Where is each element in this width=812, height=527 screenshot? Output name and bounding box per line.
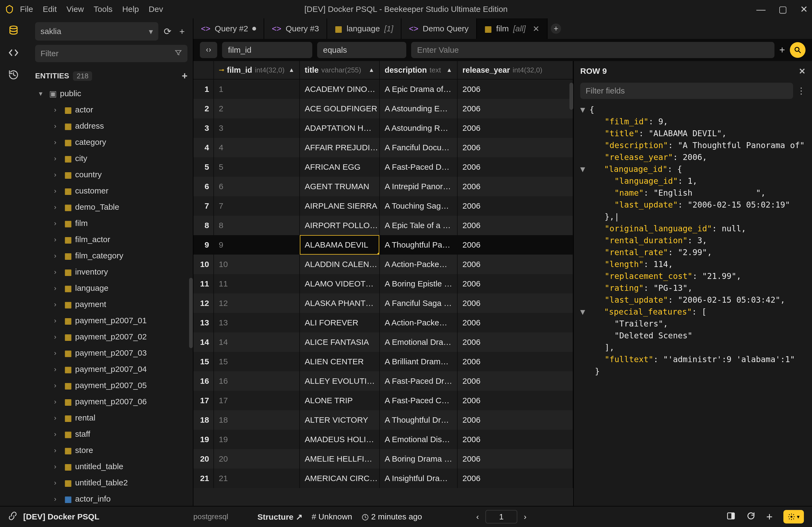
cell-description[interactable]: A Emotional Dra… bbox=[380, 332, 458, 352]
connection-name[interactable]: [DEV] Docker PSQL bbox=[23, 512, 99, 521]
table-row[interactable]: 66AGENT TRUMANA Intrepid Panor…2006 bbox=[193, 177, 573, 196]
cell-description[interactable]: A Brilliant Dram… bbox=[380, 352, 458, 371]
table-node[interactable]: ›▦country bbox=[35, 167, 193, 183]
cell-description[interactable]: A Fast-Paced D… bbox=[380, 157, 458, 177]
cell-film-id[interactable]: 7 bbox=[214, 196, 300, 216]
cell-film-id[interactable]: 12 bbox=[214, 294, 300, 313]
add-icon[interactable]: + bbox=[177, 26, 187, 37]
cell-film-id[interactable]: 18 bbox=[214, 410, 300, 430]
table-node[interactable]: ›▦customer bbox=[35, 183, 193, 199]
cell-title[interactable]: ACADEMY DINO… bbox=[300, 80, 380, 99]
refresh-icon[interactable]: ⟳ bbox=[162, 26, 173, 37]
table-node[interactable]: ›▦payment_p2007_05 bbox=[35, 377, 193, 394]
cell-year[interactable]: 2006 bbox=[458, 449, 573, 469]
cell-film-id[interactable]: 11 bbox=[214, 274, 300, 294]
cell-description[interactable]: A Fanciful Saga … bbox=[380, 294, 458, 313]
cell-film-id[interactable]: 10 bbox=[214, 255, 300, 274]
tab[interactable]: ▦film[all]✕ bbox=[477, 18, 548, 39]
cell-title[interactable]: ALONE TRIP bbox=[300, 391, 380, 410]
cell-title[interactable]: ALASKA PHANT… bbox=[300, 294, 380, 313]
table-row[interactable]: 1515ALIEN CENTERA Brilliant Dram…2006 bbox=[193, 352, 573, 371]
table-node[interactable]: ›▦film_category bbox=[35, 247, 193, 264]
cell-year[interactable]: 2006 bbox=[458, 469, 573, 488]
sidebar-toggle-icon[interactable] bbox=[726, 511, 736, 523]
cell-year[interactable]: 2006 bbox=[458, 352, 573, 371]
menu-help[interactable]: Help bbox=[122, 4, 139, 14]
cell-year[interactable]: 2006 bbox=[458, 274, 573, 294]
close-detail-icon[interactable]: ✕ bbox=[799, 67, 806, 76]
table-row[interactable]: 77AIRPLANE SIERRAA Touching Sag…2006 bbox=[193, 196, 573, 216]
table-row[interactable]: 1919AMADEUS HOLI…A Emotional Dis…2006 bbox=[193, 430, 573, 449]
cell-film-id[interactable]: 1 bbox=[214, 80, 300, 99]
column-header-title[interactable]: title varchar(255) ▲ bbox=[300, 61, 380, 79]
detail-more-icon[interactable]: ⋮ bbox=[797, 86, 806, 96]
cell-year[interactable]: 2006 bbox=[458, 313, 573, 332]
cell-film-id[interactable]: 4 bbox=[214, 138, 300, 157]
column-header-description[interactable]: description text ▲ bbox=[380, 61, 458, 79]
cell-year[interactable]: 2006 bbox=[458, 80, 573, 99]
table-node[interactable]: ›▦store bbox=[35, 442, 193, 458]
table-node[interactable]: ›▦film bbox=[35, 215, 193, 231]
cell-year[interactable]: 2006 bbox=[458, 391, 573, 410]
table-row[interactable]: 88AIRPORT POLLO…A Epic Tale of a …2006 bbox=[193, 216, 573, 235]
filter-toggle-icon[interactable] bbox=[200, 42, 217, 58]
cell-title[interactable]: AFFAIR PREJUDI… bbox=[300, 138, 380, 157]
table-node[interactable]: ›▦payment_p2007_04 bbox=[35, 361, 193, 377]
cell-film-id[interactable]: 19 bbox=[214, 430, 300, 449]
cell-title[interactable]: AGENT TRUMAN bbox=[300, 177, 380, 196]
cell-film-id[interactable]: 2 bbox=[214, 99, 300, 118]
column-rownum[interactable] bbox=[193, 61, 214, 79]
cell-description[interactable]: A Thoughtful Pa… bbox=[380, 235, 458, 255]
cell-title[interactable]: AIRPLANE SIERRA bbox=[300, 196, 380, 216]
cell-year[interactable]: 2006 bbox=[458, 138, 573, 157]
cell-description[interactable]: A Fast-Paced C… bbox=[380, 391, 458, 410]
cell-film-id[interactable]: 20 bbox=[214, 449, 300, 469]
detail-filter-input[interactable]: Filter fields bbox=[580, 83, 793, 99]
table-node[interactable]: ›▦rental bbox=[35, 410, 193, 426]
table-node[interactable]: ›▦category bbox=[35, 134, 193, 150]
cell-description[interactable]: A Fast-Paced Dr… bbox=[380, 371, 458, 391]
query-icon[interactable] bbox=[8, 47, 19, 58]
cell-film-id[interactable]: 3 bbox=[214, 118, 300, 138]
page-input[interactable]: 1 bbox=[485, 510, 517, 524]
add-filter-icon[interactable]: + bbox=[779, 44, 785, 56]
cell-title[interactable]: AMERICAN CIRC… bbox=[300, 469, 380, 488]
cell-year[interactable]: 2006 bbox=[458, 216, 573, 235]
table-node[interactable]: ›▦untitled_table2 bbox=[35, 474, 193, 491]
filter-value-input[interactable]: Enter Value bbox=[411, 42, 774, 58]
tab[interactable]: <>Query #3 bbox=[264, 18, 327, 39]
cell-film-id[interactable]: 9 bbox=[214, 235, 300, 255]
cell-year[interactable]: 2006 bbox=[458, 235, 573, 255]
column-header-film-id[interactable]: ⊸ film_id int4(32,0) ▲ bbox=[214, 61, 300, 79]
tab[interactable]: ▦language[1] bbox=[327, 18, 402, 39]
table-node[interactable]: ›▦staff bbox=[35, 426, 193, 442]
structure-button[interactable]: Structure ↗ bbox=[258, 512, 303, 522]
table-row[interactable]: 1010ALADDIN CALEN…A Action-Packe…2006 bbox=[193, 255, 573, 274]
cell-description[interactable]: A Astounding R… bbox=[380, 118, 458, 138]
database-select[interactable]: saklia ▾ bbox=[35, 22, 158, 41]
table-node[interactable]: ›▦inventory bbox=[35, 264, 193, 280]
cell-year[interactable]: 2006 bbox=[458, 157, 573, 177]
table-node[interactable]: ›▦untitled_table bbox=[35, 458, 193, 474]
table-row[interactable]: 1717ALONE TRIPA Fast-Paced C…2006 bbox=[193, 391, 573, 410]
grid-scrollbar[interactable] bbox=[569, 83, 573, 110]
cell-title[interactable]: ACE GOLDFINGER bbox=[300, 99, 380, 118]
tab[interactable]: <>Demo Query bbox=[402, 18, 477, 39]
menu-dev[interactable]: Dev bbox=[148, 4, 163, 14]
cell-film-id[interactable]: 21 bbox=[214, 469, 300, 488]
table-node[interactable]: ›▦payment_p2007_01 bbox=[35, 312, 193, 329]
settings-button[interactable]: ▾ bbox=[783, 510, 804, 524]
cell-description[interactable]: A Touching Sag… bbox=[380, 196, 458, 216]
cell-description[interactable]: A Epic Tale of a … bbox=[380, 216, 458, 235]
table-row[interactable]: 1818ALTER VICTORYA Thoughtful Dr…2006 bbox=[193, 410, 573, 430]
table-row[interactable]: 99ALABAMA DEVILA Thoughtful Pa…2006 bbox=[193, 235, 573, 255]
sidebar-filter-input[interactable]: Filter bbox=[35, 45, 187, 62]
cell-description[interactable]: A Insightful Dra… bbox=[380, 469, 458, 488]
table-node[interactable]: ›▦actor_info bbox=[35, 491, 193, 506]
table-node[interactable]: ›▦payment_p2007_02 bbox=[35, 329, 193, 345]
table-row[interactable]: 22ACE GOLDFINGERA Astounding E…2006 bbox=[193, 99, 573, 118]
close-tab-icon[interactable]: ✕ bbox=[533, 24, 539, 33]
page-prev-icon[interactable]: ‹ bbox=[476, 512, 479, 521]
column-header-release-year[interactable]: release_year int4(32,0) bbox=[458, 61, 573, 79]
menu-tools[interactable]: Tools bbox=[94, 4, 113, 14]
